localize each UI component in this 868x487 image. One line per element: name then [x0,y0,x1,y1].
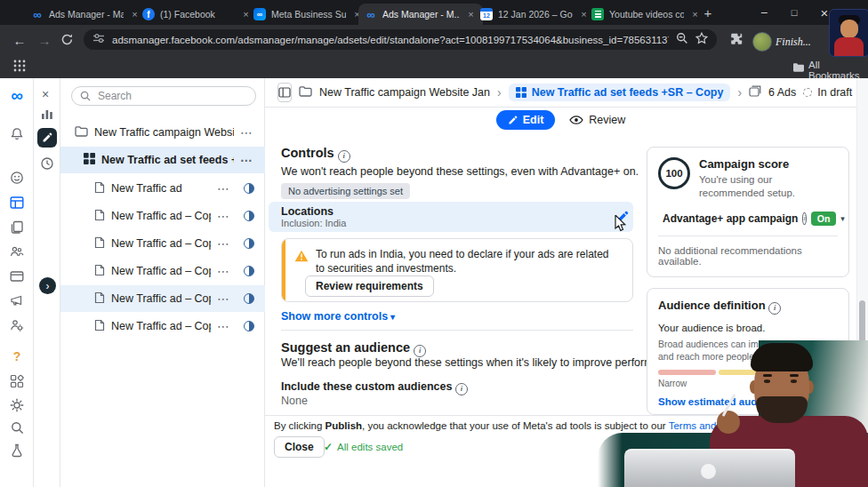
review-requirements-button[interactable]: Review requirements [305,275,434,297]
tab-title: Ads Manager - M... [382,9,460,20]
locations-value: Inclusion: India [281,218,346,228]
tree-search[interactable] [71,86,256,106]
url-bar[interactable]: adsmanager.facebook.com/adsmanager/manag… [84,29,717,50]
history-clock-icon[interactable] [40,156,54,174]
search-input[interactable] [96,89,247,103]
engagement-smiley-icon[interactable] [0,171,34,185]
breadcrumb-campaign[interactable]: New Traffic campaign Website Jan [319,86,490,99]
tree-ad-row[interactable]: New Traffic ad – Copy [60,230,265,257]
ad-page-icon [94,319,105,334]
more-options-icon[interactable] [217,237,229,250]
channel-logo-overlay [829,9,868,57]
tree-ad-row[interactable]: New Traffic ad – Copy [60,258,265,284]
close-button[interactable]: Close [274,436,325,458]
promotions-megaphone-icon[interactable] [0,293,34,307]
meta-logo-icon[interactable]: ∞ [0,87,34,104]
window-minimize-button[interactable] [749,0,779,25]
settings-badge: No advertising settings set [281,182,410,199]
tree-ad-row[interactable]: New Traffic ad – Copy [60,203,265,229]
panel-toggle-button[interactable] [277,83,292,102]
info-icon[interactable] [455,383,468,395]
draft-status-half-circle [244,238,254,249]
notifications-bell-icon[interactable] [0,127,34,141]
meta-favicon [31,8,44,20]
on-badge: On [811,212,837,226]
adset-grid-icon [84,153,95,167]
bookmark-star-icon[interactable] [695,32,708,48]
pages-copy-icon[interactable] [0,220,34,235]
adset-grid-icon [516,87,526,98]
test-flask-icon[interactable] [0,443,34,458]
new-tab-button[interactable] [699,4,717,22]
tree-adset-row-selected[interactable]: New Traffic ad set feeds +SR – C... [60,147,265,173]
info-icon[interactable] [768,302,781,315]
widgets-icon[interactable] [0,374,34,388]
settings-gear-icon[interactable] [0,398,34,412]
caret-down-icon: ▾ [840,214,845,223]
browser-tab[interactable]: (1) Facebook [136,4,258,25]
reload-button[interactable] [60,33,74,50]
close-edit-pane-icon[interactable] [42,88,49,100]
advantage-state-dropdown[interactable]: On ▾ [811,212,845,226]
folder-icon [299,84,312,100]
campaign-score-description: You're using our recommended setup. [699,173,838,200]
more-options-icon[interactable] [240,126,253,139]
more-options-icon[interactable] [217,265,229,277]
browser-tab[interactable]: 12 Jan 2026 – Goo... [474,4,596,25]
ad-page-icon [94,209,105,224]
more-options-icon[interactable] [240,154,253,166]
back-button[interactable]: ← [11,33,28,48]
draft-status-half-circle [244,211,254,221]
extensions-puzzle-icon[interactable] [729,32,743,50]
breadcrumb-ads-count[interactable]: 6 Ads [768,86,796,99]
more-options-icon[interactable] [217,210,229,222]
profile-avatar[interactable] [752,32,772,52]
apps-grid-icon[interactable] [12,59,27,76]
info-icon[interactable] [802,212,806,225]
window-maximize-button[interactable] [779,0,809,25]
more-options-icon[interactable] [217,320,229,332]
tree-campaign-row[interactable]: New Traffic campaign Website Jan [60,119,265,145]
ad-label: New Traffic ad – Copy [111,210,211,222]
review-mode-button[interactable]: Review [569,114,625,126]
controls-description: We won't reach people beyond these setti… [281,165,639,178]
edit-mode-button[interactable]: Edit [496,110,556,130]
help-icon[interactable] [0,349,34,363]
browser-tab[interactable]: Ads Manager - Ma... [25,4,147,25]
zoom-icon[interactable] [676,32,688,48]
audience-status: Your audience is broad. [658,323,838,333]
ads-manager-table-icon[interactable] [0,196,34,210]
pencil-icon [508,116,518,125]
more-options-icon[interactable] [217,182,229,195]
browser-tab-active[interactable]: Ads Manager - M... [358,4,483,25]
tree-ad-row-highlighted[interactable]: New Traffic ad – Copy [60,285,265,312]
tree-ad-row[interactable]: New Traffic ad [60,175,265,202]
locations-title: Locations [281,205,334,218]
tree-ad-row[interactable]: New Traffic ad – Copy [60,313,265,339]
profile-label[interactable]: Finish... [776,36,811,49]
audiences-people-icon[interactable] [0,244,34,259]
ads-stack-icon [749,84,761,100]
advantage-label: Advantage+ app campaign [663,212,798,225]
forward-button[interactable]: → [36,33,53,48]
ad-label: New Traffic ad – Copy [111,237,211,250]
edits-saved-label: All edits saved [337,442,403,452]
site-settings-icon[interactable] [92,32,105,48]
browser-tab[interactable]: Meta Business Sui... [247,4,369,25]
warning-text: To run ads in India, you need to declare… [316,247,618,275]
more-options-icon[interactable] [217,292,229,305]
show-more-controls-link[interactable]: Show more controls [281,310,395,323]
browser-tab[interactable]: Youtube videos co... [585,4,707,25]
account-settings-person-icon[interactable] [0,318,34,332]
collapse-panel-chevron-button[interactable] [39,277,56,294]
info-icon[interactable] [414,345,426,357]
breadcrumb-adset-chip[interactable]: New Traffic ad set feeds +SR – Copy [509,84,731,101]
rail-search-icon[interactable] [0,421,34,435]
edit-pencil-icon-active[interactable] [37,128,57,148]
draft-status-half-circle [244,293,254,304]
tab-title: Ads Manager - Ma... [49,9,124,20]
billing-card-icon[interactable] [0,269,34,283]
performance-chart-icon[interactable] [40,107,54,124]
presenter-eye [791,379,797,383]
info-icon[interactable] [338,150,350,163]
